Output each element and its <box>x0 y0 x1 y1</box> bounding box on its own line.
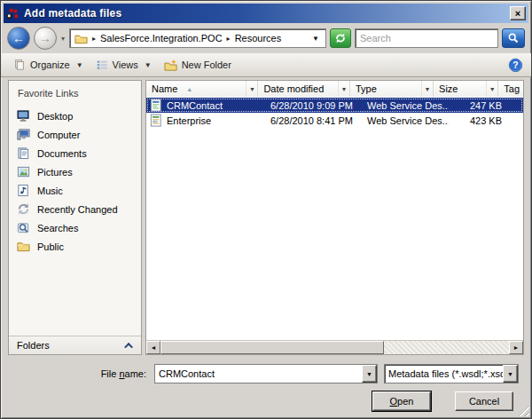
dialog-footer: File name: ▼ Metadata files (*.wsdl;*.xs… <box>1 357 531 418</box>
searches-icon <box>17 221 30 234</box>
title-bar: Add metadata files × <box>4 4 528 23</box>
folder-icon <box>74 32 88 45</box>
pictures-icon <box>17 165 30 178</box>
folders-expander[interactable]: Folders <box>9 336 141 354</box>
navigation-pane: Favorite Links Desktop <box>8 80 142 355</box>
column-header-date-modified[interactable]: Date modified ▼ <box>258 81 350 97</box>
breadcrumb-segment-resources[interactable]: Resources <box>235 33 282 43</box>
open-button[interactable]: Open <box>372 391 431 411</box>
scroll-right-button[interactable]: ► <box>509 341 523 354</box>
public-folder-icon <box>17 240 30 253</box>
refresh-icon <box>334 32 347 44</box>
file-name: CRMContact <box>167 100 223 111</box>
sidebar-item-label: Pictures <box>37 167 73 178</box>
main-area: Favorite Links Desktop <box>1 77 531 357</box>
new-folder-button[interactable]: New Folder <box>160 56 236 75</box>
search-button[interactable] <box>502 28 525 48</box>
column-filter-dropdown-icon[interactable]: ▼ <box>421 81 433 97</box>
sidebar-item-label: Recently Changed <box>37 204 118 215</box>
breadcrumb[interactable]: ▸ SalesForce.Integration.POC ▸ Resources… <box>69 28 326 48</box>
sidebar-item-searches[interactable]: Searches <box>9 218 141 237</box>
sort-ascending-icon: ▲ <box>186 86 192 92</box>
file-date-modified: 6/28/2010 8:41 PM <box>264 115 361 126</box>
views-dropdown-icon: ▼ <box>145 61 152 69</box>
desktop-icon <box>17 109 30 123</box>
help-button[interactable]: ? <box>507 57 523 73</box>
breadcrumb-separator-icon: ▸ <box>92 35 96 43</box>
column-header-row: Name ▲ ▼ Date modified ▼ Type ▼ Size ▼ <box>146 81 523 97</box>
back-button[interactable]: ← <box>7 27 30 50</box>
search-input[interactable] <box>356 29 497 47</box>
sidebar-item-label: Public <box>37 241 64 252</box>
organize-icon <box>13 59 26 71</box>
file-name-label: File name: <box>8 368 148 379</box>
file-date-modified: 6/28/2010 9:09 PM <box>264 100 361 111</box>
column-filter-dropdown-icon[interactable]: ▼ <box>486 81 497 97</box>
file-type-combobox[interactable]: Metadata files (*.wsdl;*.xsd) ▼ <box>384 364 519 383</box>
breadcrumb-dropdown-icon[interactable]: ▼ <box>312 35 321 43</box>
sidebar-item-music[interactable]: Music <box>9 181 141 200</box>
forward-button[interactable]: → <box>34 27 57 50</box>
command-toolbar: Organize ▼ Views ▼ New Folder ? <box>1 53 531 77</box>
file-list-panel: Name ▲ ▼ Date modified ▼ Type ▼ Size ▼ <box>145 80 524 355</box>
views-label: Views <box>113 59 138 70</box>
refresh-button[interactable] <box>330 28 351 48</box>
window-title: Add metadata files <box>24 7 121 20</box>
folders-label: Folders <box>17 340 50 351</box>
file-rows: CRMContact 6/28/2010 9:09 PM Web Service… <box>146 97 523 354</box>
scrollbar-thumb[interactable] <box>160 341 384 354</box>
search-icon <box>507 32 520 44</box>
close-button[interactable]: × <box>510 6 526 20</box>
column-filter-dropdown-icon[interactable]: ▼ <box>338 81 349 97</box>
wsdl-file-icon <box>150 99 162 112</box>
column-header-tag[interactable]: Tag <box>498 81 523 97</box>
column-header-name[interactable]: Name ▲ ▼ <box>146 81 258 97</box>
file-name-dropdown-button[interactable]: ▼ <box>362 365 377 383</box>
views-button[interactable]: Views ▼ <box>91 56 156 74</box>
chevron-up-icon <box>124 342 133 351</box>
horizontal-scrollbar[interactable]: ◄ ► <box>146 340 523 354</box>
file-name: Enterprise <box>167 115 211 126</box>
help-icon: ? <box>508 58 523 73</box>
sidebar-item-recently-changed[interactable]: Recently Changed <box>9 200 141 218</box>
sidebar-item-label: Documents <box>37 148 87 159</box>
cancel-button[interactable]: Cancel <box>455 391 513 411</box>
sidebar-item-label: Desktop <box>37 111 73 122</box>
file-name-input[interactable] <box>155 365 362 383</box>
file-type-value: Metadata files (*.wsdl;*.xsd) <box>385 365 503 383</box>
wsdl-file-icon <box>150 114 162 127</box>
column-header-size[interactable]: Size ▼ <box>434 81 498 97</box>
search-field[interactable] <box>355 28 498 48</box>
scrollbar-track[interactable] <box>384 341 509 354</box>
navigation-bar: ← → ▾ ▸ SalesForce.Integration.POC ▸ Res… <box>1 23 531 53</box>
file-row-crmcontact[interactable]: CRMContact 6/28/2010 9:09 PM Web Service… <box>146 98 523 113</box>
sidebar-item-computer[interactable]: Computer <box>9 125 141 144</box>
organize-label: Organize <box>30 59 70 70</box>
sidebar-item-pictures[interactable]: Pictures <box>9 162 141 181</box>
column-header-type[interactable]: Type ▼ <box>350 81 434 97</box>
sidebar-item-documents[interactable]: Documents <box>9 144 141 162</box>
sidebar-item-label: Searches <box>37 223 78 233</box>
sidebar-item-label: Computer <box>37 130 80 140</box>
favorite-links-list: Desktop Computer <box>9 107 141 336</box>
breadcrumb-separator-icon: ▸ <box>227 35 231 43</box>
sidebar-item-public[interactable]: Public <box>9 237 141 256</box>
svg-text:?: ? <box>512 60 518 70</box>
computer-icon <box>17 128 30 141</box>
organize-button[interactable]: Organize ▼ <box>9 56 88 74</box>
sidebar-item-label: Music <box>37 186 63 196</box>
documents-icon <box>17 146 30 160</box>
file-size: 247 KB <box>449 100 517 111</box>
file-type: Web Service Des... <box>361 115 449 126</box>
column-filter-dropdown-icon[interactable]: ▼ <box>246 81 257 97</box>
file-name-combobox[interactable]: ▼ <box>154 364 378 383</box>
file-type-dropdown-button[interactable]: ▼ <box>503 365 518 383</box>
sidebar-item-desktop[interactable]: Desktop <box>9 107 141 125</box>
history-dropdown-icon[interactable]: ▾ <box>60 35 66 43</box>
scroll-left-button[interactable]: ◄ <box>146 341 160 354</box>
add-metadata-files-dialog: Add metadata files × ← → ▾ ▸ SalesForce.… <box>0 0 532 419</box>
file-row-enterprise[interactable]: Enterprise 6/28/2010 8:41 PM Web Service… <box>146 113 523 128</box>
application-icon <box>6 7 20 20</box>
new-folder-icon <box>164 59 177 72</box>
breadcrumb-segment-project[interactable]: SalesForce.Integration.POC <box>100 33 223 43</box>
